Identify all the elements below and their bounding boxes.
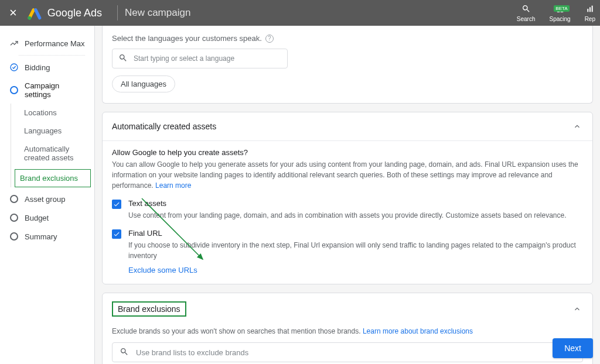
auto-assets-desc: You can allow Google to help you generat… — [112, 159, 583, 191]
check-circle-icon — [9, 63, 19, 72]
chevron-up-icon — [571, 303, 583, 315]
page-title: New campaign — [125, 7, 190, 19]
circle-icon — [9, 213, 19, 222]
text-assets-label: Text assets — [128, 199, 567, 208]
trend-icon — [9, 39, 19, 48]
sidebar-subitems: Locations Languages Automatically create… — [11, 104, 94, 187]
sidebar-item-budget[interactable]: Budget — [0, 208, 94, 227]
learn-more-link[interactable]: Learn more — [155, 181, 191, 190]
sidebar-sub-locations[interactable]: Locations — [11, 104, 94, 122]
main-content: Select the languages your customers spea… — [95, 26, 600, 364]
sidebar-item-bidding[interactable]: Bidding — [0, 58, 94, 77]
text-assets-row: Text assets Use content from your landin… — [112, 199, 583, 221]
brand-exclusions-header[interactable]: Brand exclusions — [103, 293, 592, 325]
brand-exclusions-desc: Exclude brands so your ads won't show on… — [112, 326, 583, 336]
header-spacing-button[interactable]: BETA Spacing — [550, 4, 571, 22]
svg-point-0 — [28, 16, 31, 20]
text-assets-sub: Use content from your landing page, doma… — [128, 210, 567, 221]
text-assets-checkbox[interactable] — [112, 200, 121, 209]
sidebar-sub-auto-assets[interactable]: Automatically created assets — [11, 140, 94, 167]
all-languages-chip[interactable]: All languages — [112, 75, 175, 92]
circle-icon — [9, 232, 19, 241]
svg-rect-5 — [587, 9, 588, 12]
brand-list-input[interactable]: Use brand lists to exclude brands — [112, 342, 583, 362]
google-ads-logo-icon — [26, 5, 43, 21]
search-icon — [120, 347, 129, 358]
languages-card: Select the languages your customers spea… — [102, 26, 593, 104]
svg-rect-7 — [591, 5, 592, 12]
product-title: Google Ads — [47, 7, 102, 19]
auto-assets-heading: Allow Google to help you create assets? — [112, 148, 583, 157]
sidebar-item-asset-group[interactable]: Asset group — [0, 190, 94, 208]
final-url-label: Final URL — [128, 229, 583, 238]
sidebar-sub-languages[interactable]: Languages — [11, 122, 94, 140]
brand-exclusions-card: Brand exclusions Exclude brands so your … — [102, 293, 593, 364]
auto-assets-card: Automatically created assets Allow Googl… — [102, 112, 593, 284]
sidebar-item-summary[interactable]: Summary — [0, 227, 94, 246]
sidebar-item-performance-max[interactable]: Performance Max — [0, 34, 94, 53]
brand-exclusions-learn-link[interactable]: Learn more about brand exclusions — [363, 327, 473, 335]
final-url-sub: If you choose to subdivide inventory in … — [128, 240, 583, 261]
circle-icon — [9, 194, 19, 204]
final-url-row: Final URL If you choose to subdivide inv… — [112, 229, 583, 261]
circle-active-icon — [9, 85, 19, 95]
search-icon — [521, 4, 531, 16]
language-input[interactable]: Start typing or select a language — [112, 49, 288, 68]
svg-rect-6 — [589, 7, 591, 12]
reports-icon — [585, 4, 595, 16]
header-search-button[interactable]: Search — [517, 4, 536, 22]
brand-exclusions-title-highlight: Brand exclusions — [112, 301, 186, 317]
final-url-checkbox[interactable] — [112, 229, 121, 239]
header-divider — [117, 5, 118, 20]
app-header: × Google Ads New campaign Search BETA Sp… — [0, 0, 600, 26]
close-icon[interactable]: × — [5, 5, 22, 20]
auto-assets-header[interactable]: Automatically created assets — [103, 112, 592, 141]
stepper-sidebar: Performance Max Bidding Campaign setting… — [0, 26, 95, 364]
sidebar-item-campaign-settings[interactable]: Campaign settings — [0, 77, 94, 104]
header-reports-button[interactable]: Rep — [585, 4, 595, 22]
sidebar-separator — [19, 55, 85, 56]
sidebar-sub-brand-exclusions[interactable]: Brand exclusions — [15, 169, 91, 187]
languages-label: Select the languages your customers spea… — [112, 34, 583, 43]
exclude-urls-link[interactable]: Exclude some URLs — [128, 266, 583, 274]
svg-point-8 — [11, 64, 18, 71]
beta-badge: BETA — [554, 5, 569, 12]
help-icon[interactable]: ? — [265, 35, 274, 43]
next-button[interactable]: Next — [553, 338, 593, 358]
chevron-up-icon — [571, 121, 583, 132]
search-icon — [118, 53, 128, 64]
